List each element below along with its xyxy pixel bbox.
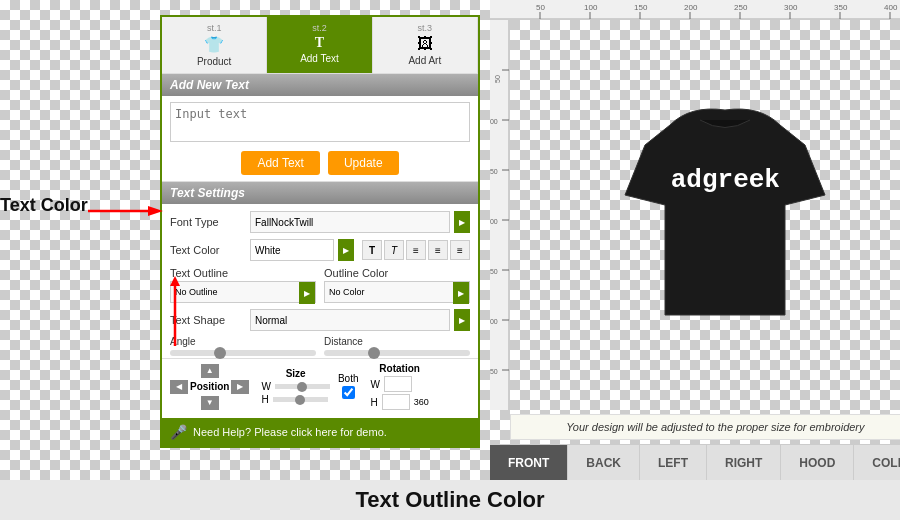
- tab-coller[interactable]: COLLER: [854, 445, 900, 480]
- update-button[interactable]: Update: [328, 151, 399, 175]
- step1-number: st.1: [207, 23, 222, 33]
- tab-right[interactable]: RIGHT: [707, 445, 781, 480]
- mic-icon: 🎤: [170, 424, 187, 440]
- angle-slider[interactable]: [170, 350, 316, 356]
- align-center-button[interactable]: ≡: [428, 240, 448, 260]
- text-shape-control: Normal ▶: [250, 309, 470, 331]
- tshirt-wrapper: adgreek: [615, 95, 835, 335]
- font-type-row: Font Type FallNockTwill ▶: [162, 208, 478, 236]
- align-right-button[interactable]: ≡: [450, 240, 470, 260]
- text-color-control: White ▶ T T ≡ ≡ ≡: [250, 239, 470, 261]
- rotation-h-input[interactable]: 0: [382, 394, 410, 410]
- text-color-arrow[interactable]: ▶: [338, 239, 354, 261]
- align-left-button[interactable]: ≡: [406, 240, 426, 260]
- position-up-button[interactable]: ▲: [201, 364, 219, 378]
- text-shape-value: Normal: [255, 315, 287, 326]
- text-color-box[interactable]: White: [250, 239, 334, 261]
- rotation-w-input[interactable]: [384, 376, 412, 392]
- svg-text:100: 100: [490, 118, 498, 125]
- width-row: W: [261, 381, 329, 392]
- text-outline-value: No Outline: [171, 282, 299, 302]
- help-text: Need Help? Please click here for demo.: [193, 426, 387, 438]
- rotation-h-label: H: [370, 397, 377, 408]
- help-bar[interactable]: 🎤 Need Help? Please click here for demo.: [162, 418, 478, 446]
- svg-text:350: 350: [490, 368, 498, 375]
- svg-text:150: 150: [490, 168, 498, 175]
- tab-front[interactable]: FRONT: [490, 445, 568, 480]
- outline-color-dropdown[interactable]: No Color ▶: [324, 281, 470, 303]
- tshirt-display: adgreek: [510, 20, 900, 410]
- distance-slider[interactable]: [324, 350, 470, 356]
- right-panel: 50 100 150 200 250 300 350 400: [490, 0, 900, 480]
- outline-color-value: No Color: [325, 282, 453, 302]
- position-down-button[interactable]: ▼: [201, 396, 219, 410]
- font-type-label: Font Type: [170, 216, 250, 228]
- distance-slider-thumb: [368, 347, 380, 359]
- add-text-button[interactable]: Add Text: [241, 151, 319, 175]
- text-color-annotation: Text Color: [0, 195, 88, 215]
- step-add-text[interactable]: st.2 T Add Text: [267, 17, 372, 73]
- tab-left[interactable]: LEFT: [640, 445, 707, 480]
- step3-label: Add Art: [408, 55, 441, 66]
- text-settings-header: Text Settings: [162, 182, 478, 204]
- outline-color-dropdown-arrow[interactable]: ▶: [453, 282, 469, 304]
- bottom-controls: ▲ ◀ Position ▶ ▼ Size W: [162, 358, 478, 414]
- svg-text:250: 250: [734, 3, 748, 12]
- svg-text:350: 350: [834, 3, 848, 12]
- ruler-top: 50 100 150 200 250 300 350 400: [490, 0, 900, 20]
- distance-label: Distance: [324, 336, 470, 347]
- rotation-section: Rotation W H 0 360: [370, 363, 428, 410]
- height-slider-thumb: [295, 395, 305, 405]
- tab-hood[interactable]: HOOD: [781, 445, 854, 480]
- text-shape-arrow[interactable]: ▶: [454, 309, 470, 331]
- text-outline-dropdown[interactable]: No Outline ▶: [170, 281, 316, 303]
- text-color-label: Text Color: [170, 244, 250, 256]
- step3-number: st.3: [418, 23, 433, 33]
- svg-text:50: 50: [536, 3, 545, 12]
- svg-text:400: 400: [884, 3, 898, 12]
- format-buttons: T T ≡ ≡ ≡: [362, 240, 470, 260]
- distance-half: Distance: [324, 336, 470, 356]
- position-section: ▲ ◀ Position ▶ ▼: [170, 364, 249, 410]
- step2-label: Add Text: [300, 53, 339, 64]
- both-section: Both: [338, 373, 359, 401]
- width-slider[interactable]: [275, 384, 330, 389]
- bold-button[interactable]: T: [362, 240, 382, 260]
- angle-slider-thumb: [214, 347, 226, 359]
- position-left-button[interactable]: ◀: [170, 380, 188, 394]
- svg-text:50: 50: [494, 75, 501, 83]
- size-label: Size: [261, 368, 329, 379]
- left-panel: Text Color st.1 👕 Product: [0, 0, 490, 480]
- rotation-h-row: H 0 360: [370, 394, 428, 410]
- tab-back[interactable]: BACK: [568, 445, 640, 480]
- outline-color-half: Outline Color No Color ▶: [324, 267, 470, 303]
- rotation-label: Rotation: [370, 363, 428, 374]
- add-new-text-header: Add New Text: [162, 74, 478, 96]
- height-slider[interactable]: [273, 397, 328, 402]
- input-section: Add Text Update: [162, 96, 478, 182]
- step1-label: Product: [197, 56, 231, 67]
- font-type-dropdown[interactable]: FallNockTwill: [250, 211, 450, 233]
- position-right-button[interactable]: ▶: [231, 380, 249, 394]
- step1-icon: 👕: [204, 35, 224, 54]
- outline-section: Text Outline No Outline ▶ Outline Color …: [162, 264, 478, 306]
- text-shape-row: Text Shape Normal ▶: [162, 306, 478, 334]
- bottom-caption: Text Outline Color: [0, 480, 900, 520]
- svg-text:100: 100: [584, 3, 598, 12]
- text-settings: Font Type FallNockTwill ▶ Text Color: [162, 204, 478, 418]
- step-product[interactable]: st.1 👕 Product: [162, 17, 267, 73]
- main-container: Text Color st.1 👕 Product: [0, 0, 900, 520]
- both-checkbox[interactable]: [342, 386, 355, 399]
- italic-button[interactable]: T: [384, 240, 404, 260]
- text-outline-dropdown-arrow[interactable]: ▶: [299, 282, 315, 304]
- bottom-caption-text: Text Outline Color: [355, 487, 544, 513]
- font-type-arrow[interactable]: ▶: [454, 211, 470, 233]
- angle-distance-section: Angle Distance: [162, 334, 478, 358]
- svg-text:300: 300: [784, 3, 798, 12]
- font-type-value: FallNockTwill: [255, 217, 313, 228]
- step-add-art[interactable]: st.3 🖼 Add Art: [373, 17, 478, 73]
- steps-header: st.1 👕 Product st.2 T Add Text st.3 🖼 Ad…: [162, 17, 478, 74]
- text-shape-dropdown[interactable]: Normal: [250, 309, 450, 331]
- text-input[interactable]: [170, 102, 470, 142]
- both-label: Both: [338, 373, 359, 384]
